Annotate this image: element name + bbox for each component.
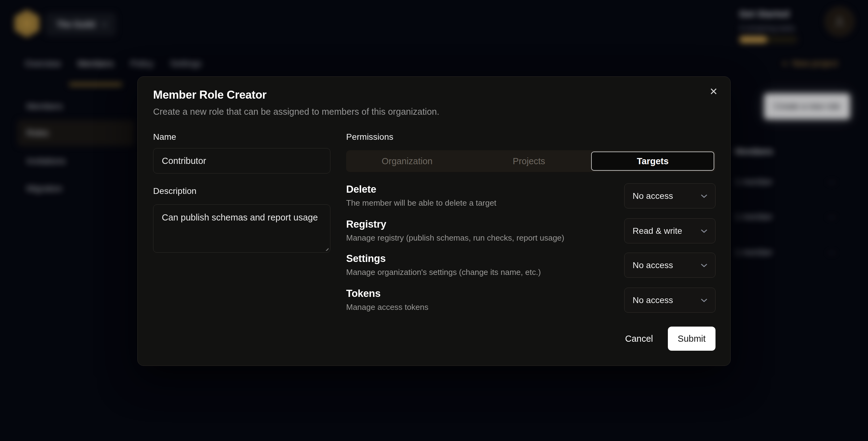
selected-value: No access <box>632 191 673 201</box>
permission-row-tokens: Tokens Manage access tokens No access <box>346 288 715 313</box>
permission-description: Manage registry (publish schemas, run ch… <box>346 233 564 243</box>
selected-value: No access <box>632 295 673 305</box>
permission-row-settings: Settings Manage organization's settings … <box>346 253 715 278</box>
permission-text: Delete The member will be able to delete… <box>346 183 496 208</box>
tab-projects[interactable]: Projects <box>468 150 590 172</box>
name-label: Name <box>153 132 176 142</box>
page: The Guild Get Started 4 remaining tasks … <box>0 0 868 441</box>
tab-organization[interactable]: Organization <box>346 150 468 172</box>
description-label: Description <box>153 186 196 196</box>
permission-description: The member will be able to delete a targ… <box>346 198 496 208</box>
permission-description: Manage organization's settings (change i… <box>346 267 541 277</box>
settings-access-select[interactable]: No access <box>624 253 715 278</box>
permissions-label: Permissions <box>346 132 393 142</box>
permissions-tabs: Organization Projects Targets <box>346 150 715 172</box>
chevron-down-icon <box>700 263 708 267</box>
permission-text: Tokens Manage access tokens <box>346 288 428 312</box>
registry-access-select[interactable]: Read & write <box>624 218 715 243</box>
name-input[interactable]: Contributor <box>153 148 330 174</box>
modal-footer: Cancel Submit <box>346 326 715 351</box>
modal-title: Member Role Creator <box>153 89 267 101</box>
chevron-down-icon <box>700 298 708 303</box>
chevron-down-icon <box>700 229 708 233</box>
permission-row-delete: Delete The member will be able to delete… <box>346 183 715 209</box>
chevron-down-icon <box>700 194 708 198</box>
modal-subtitle: Create a new role that can be assigned t… <box>153 107 439 117</box>
selected-value: No access <box>632 260 673 270</box>
close-icon[interactable]: ✕ <box>706 84 721 99</box>
description-textarea[interactable]: Can publish schemas and report usage <box>153 204 330 253</box>
permission-text: Settings Manage organization's settings … <box>346 253 541 277</box>
permission-title: Registry <box>346 218 564 230</box>
permission-title: Delete <box>346 183 496 195</box>
permission-title: Settings <box>346 253 541 264</box>
permission-row-registry: Registry Manage registry (publish schema… <box>346 218 715 243</box>
permission-description: Manage access tokens <box>346 303 428 312</box>
member-role-creator-modal: ✕ Member Role Creator Create a new role … <box>137 76 731 366</box>
cancel-button[interactable]: Cancel <box>625 334 653 344</box>
submit-button[interactable]: Submit <box>668 326 715 351</box>
delete-access-select[interactable]: No access <box>624 183 715 209</box>
permission-title: Tokens <box>346 288 428 300</box>
selected-value: Read & write <box>632 226 682 236</box>
tab-targets[interactable]: Targets <box>591 152 714 171</box>
tokens-access-select[interactable]: No access <box>624 288 715 313</box>
permission-text: Registry Manage registry (publish schema… <box>346 218 564 243</box>
